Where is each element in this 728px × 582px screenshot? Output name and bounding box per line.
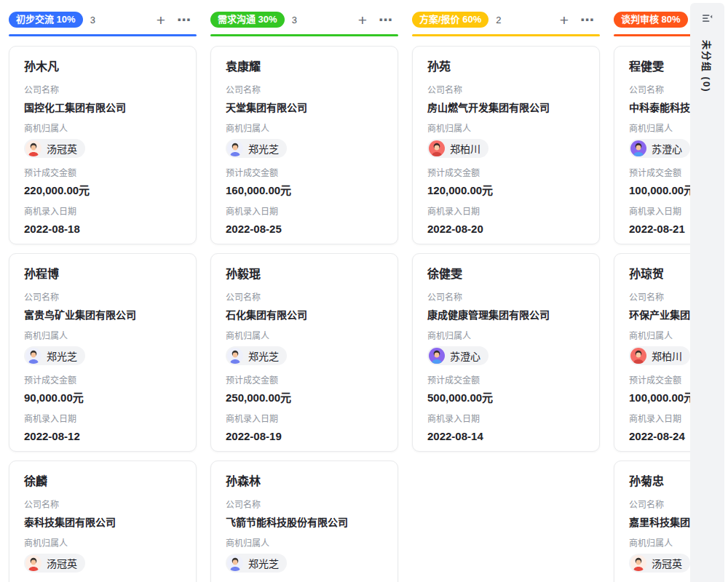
owner-label: 商机归属人: [24, 123, 181, 135]
card-list: 孙苑 公司名称 房山燃气开发集团有限公司 商机归属人 郑柏川 预计成交金额 12…: [412, 46, 600, 452]
company-value: 国控化工集团有限公司: [24, 100, 181, 115]
collapsed-group-label: 未分组 (0): [700, 40, 714, 93]
expand-group-icon[interactable]: [701, 12, 713, 28]
owner-chip[interactable]: 郑光芝: [226, 139, 287, 158]
company-value: 泰科技集团有限公司: [24, 515, 181, 530]
stage-badge[interactable]: 需求沟通 30%: [210, 12, 285, 28]
amount-label: 预计成交金额: [427, 375, 585, 387]
owner-chip[interactable]: 郑柏川: [629, 346, 690, 365]
owner-chip[interactable]: 郑柏川: [427, 139, 488, 158]
stage-column-3: 方案/报价 60% 2 + ⋯ 孙苑 公司名称 房山燃气开发集团有限公司 商机归…: [412, 10, 600, 582]
owner-chip[interactable]: 汤冠英: [629, 554, 690, 573]
person-avatar-icon: [429, 348, 445, 364]
date-label: 商机录入日期: [226, 206, 383, 218]
amount-value: 90,000.00元: [24, 391, 181, 405]
owner-name: 郑光芝: [248, 556, 279, 570]
column-header: 方案/报价 60% 2 + ⋯: [412, 10, 600, 29]
company-label: 公司名称: [226, 292, 383, 304]
date-value: 2022-08-12: [24, 429, 181, 444]
amount-value: 250,000.00元: [226, 391, 383, 405]
owner-chip[interactable]: 汤冠英: [24, 139, 85, 158]
date-value: 2022-08-18: [24, 222, 181, 236]
company-value: 房山燃气开发集团有限公司: [427, 100, 585, 115]
card-list: 孙木凡 公司名称 国控化工集团有限公司 商机归属人 汤冠英 预计成交金额 220…: [9, 46, 197, 582]
scrollbar-track[interactable]: [724, 0, 728, 582]
date-value: 2022-08-19: [226, 429, 383, 444]
column-more-button[interactable]: ⋯: [580, 13, 594, 27]
opportunity-card[interactable]: 孙程博 公司名称 富贵鸟矿业集团有限公司 商机归属人 郑光芝 预计成交金额 90…: [9, 253, 197, 452]
owner-label: 商机归属人: [226, 538, 383, 550]
owner-label: 商机归属人: [226, 123, 383, 135]
column-count: 3: [90, 15, 95, 25]
person-avatar-icon: [25, 348, 41, 364]
company-value: 飞箭节能科技股份有限公司: [226, 515, 383, 530]
person-avatar-icon: [429, 140, 445, 156]
column-more-button[interactable]: ⋯: [379, 13, 392, 27]
add-card-button[interactable]: +: [157, 12, 165, 28]
stage-badge[interactable]: 初步交流 10%: [9, 12, 83, 28]
stage-badge[interactable]: 谈判审核 80%: [614, 12, 688, 28]
person-avatar-icon: [227, 348, 243, 364]
owner-name: 苏澄心: [450, 348, 480, 363]
opportunity-name: 孙木凡: [24, 59, 181, 75]
date-label: 商机录入日期: [24, 413, 181, 426]
company-label: 公司名称: [24, 292, 181, 304]
opportunity-name: 徐麟: [24, 474, 181, 490]
person-avatar-icon: [630, 348, 646, 364]
owner-name: 郑光芝: [47, 348, 77, 363]
company-label: 公司名称: [427, 84, 585, 97]
owner-label: 商机归属人: [24, 330, 181, 343]
date-label: 商机录入日期: [24, 206, 181, 218]
date-label: 商机录入日期: [427, 413, 585, 426]
opportunity-card[interactable]: 徐麟 公司名称 泰科技集团有限公司 商机归属人 汤冠英 预计成交金额 商机录入日…: [9, 461, 197, 582]
opportunity-name: 孙森林: [226, 474, 383, 490]
opportunity-card[interactable]: 孙苑 公司名称 房山燃气开发集团有限公司 商机归属人 郑柏川 预计成交金额 12…: [412, 46, 600, 244]
column-count: 2: [496, 15, 501, 25]
card-list: 袁康耀 公司名称 天堂集团有限公司 商机归属人 郑光芝 预计成交金额 160,0…: [210, 46, 398, 582]
company-label: 公司名称: [427, 292, 585, 304]
person-avatar-icon: [630, 555, 646, 571]
collapsed-group-panel[interactable]: 未分组 (0): [690, 3, 724, 582]
date-label: 商机录入日期: [226, 413, 383, 426]
opportunity-card[interactable]: 徐健雯 公司名称 康成健康管理集团有限公司 商机归属人 苏澄心 预计成交金额 5…: [412, 253, 600, 452]
opportunity-card[interactable]: 孙木凡 公司名称 国控化工集团有限公司 商机归属人 汤冠英 预计成交金额 220…: [9, 46, 197, 244]
amount-label: 预计成交金额: [427, 167, 585, 180]
opportunity-name: 孙毅琨: [226, 266, 383, 282]
owner-chip[interactable]: 汤冠英: [24, 554, 85, 573]
owner-chip[interactable]: 郑光芝: [226, 346, 287, 365]
opportunity-card[interactable]: 孙森林 公司名称 飞箭节能科技股份有限公司 商机归属人 郑光芝 预计成交金额 商…: [210, 461, 398, 582]
amount-label: 预计成交金额: [24, 375, 181, 387]
column-more-button[interactable]: ⋯: [177, 13, 191, 27]
stage-column-2: 需求沟通 30% 3 + ⋯ 袁康耀 公司名称 天堂集团有限公司 商机归属人 郑…: [210, 10, 398, 582]
opportunity-card[interactable]: 袁康耀 公司名称 天堂集团有限公司 商机归属人 郑光芝 预计成交金额 160,0…: [210, 46, 398, 244]
company-value: 天堂集团有限公司: [226, 100, 383, 115]
owner-chip[interactable]: 郑光芝: [24, 346, 85, 365]
add-card-button[interactable]: +: [358, 12, 367, 28]
amount-label: 预计成交金额: [226, 375, 383, 387]
owner-label: 商机归属人: [24, 538, 181, 550]
company-value: 康成健康管理集团有限公司: [427, 308, 585, 322]
person-avatar-icon: [630, 140, 646, 156]
owner-name: 苏澄心: [652, 141, 682, 156]
company-value: 石化集团有限公司: [226, 308, 383, 322]
column-header: 需求沟通 30% 3 + ⋯: [210, 10, 398, 29]
company-value: 富贵鸟矿业集团有限公司: [24, 308, 181, 322]
person-avatar-icon: [227, 140, 243, 156]
owner-chip[interactable]: 郑光芝: [226, 554, 287, 573]
owner-label: 商机归属人: [427, 330, 585, 343]
company-label: 公司名称: [226, 84, 383, 97]
amount-value: 120,000.00元: [427, 183, 585, 198]
add-card-button[interactable]: +: [560, 12, 569, 28]
stage-column-1: 初步交流 10% 3 + ⋯ 孙木凡 公司名称 国控化工集团有限公司 商机归属人…: [9, 10, 197, 582]
stage-badge[interactable]: 方案/报价 60%: [412, 12, 488, 28]
owner-chip[interactable]: 苏澄心: [427, 346, 488, 365]
owner-chip[interactable]: 苏澄心: [629, 139, 690, 158]
person-avatar-icon: [25, 555, 41, 571]
owner-name: 汤冠英: [47, 556, 77, 570]
column-color-bar: [9, 34, 197, 36]
opportunity-card[interactable]: 孙毅琨 公司名称 石化集团有限公司 商机归属人 郑光芝 预计成交金额 250,0…: [210, 253, 398, 452]
opportunity-name: 袁康耀: [226, 59, 383, 75]
date-value: 2022-08-25: [226, 222, 383, 236]
date-label: 商机录入日期: [427, 206, 585, 218]
owner-label: 商机归属人: [226, 330, 383, 343]
